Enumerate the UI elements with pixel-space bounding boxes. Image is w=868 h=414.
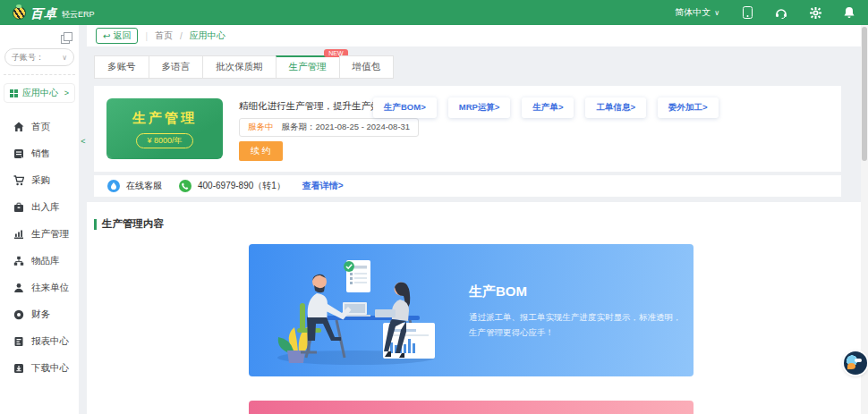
banner-title: 生产BOM [469,283,684,300]
bee-logo-icon [13,6,26,20]
sidebar-item-downloads[interactable]: 下载中心 [0,355,79,382]
product-price-badge: ¥ 8000/年 [136,133,192,148]
back-button[interactable]: ↩ 返回 [96,28,138,44]
quick-link-outsourcing[interactable]: 委外加工> [658,97,719,118]
sub-account-select[interactable]: 子账号： ∨ [4,48,74,66]
tab-label: 生产管理 [289,61,327,72]
tab-multi-account[interactable]: 多账号 [94,55,149,79]
banner-description: 通过派工单、报工单实现生产进度实时显示，标准透明，生产管理更得心应手！ [469,310,684,340]
breadcrumb-home[interactable]: 首页 [155,30,173,42]
sidebar-item-label: 财务 [31,308,50,321]
back-label: 返回 [113,30,131,42]
tab-value-added-pack[interactable]: 增值包 [339,55,395,79]
mobile-app-icon[interactable] [741,6,753,19]
sidebar-collapse-handle[interactable]: < [79,131,88,152]
customer-service-bar: 在线客服 400-6979-890（转1） 查看详情> [94,175,841,197]
gear-icon[interactable] [809,6,821,19]
headset-icon[interactable] [775,6,787,19]
breadcrumb-separator: / [180,31,183,41]
online-service-label[interactable]: 在线客服 [126,180,162,192]
bell-icon[interactable] [843,6,855,19]
brand-logo: 百卓 轻云ERP [13,6,95,20]
sidebar-item-label: 生产管理 [31,228,69,241]
scrollbar-thumb[interactable] [862,27,867,161]
sidebar-item-purchase[interactable]: 采购 [0,167,79,194]
items-icon [13,256,24,266]
section-title-text: 生产管理内容 [102,217,164,231]
sidebar-item-app-center[interactable]: 应用中心 > [4,83,75,103]
sidebar-item-items-library[interactable]: 物品库 [0,248,79,275]
product-card-title: 生产管理 [132,110,197,127]
sidebar-item-production[interactable]: 生产管理 [0,221,79,248]
sales-icon [13,148,24,159]
sub-account-label: 子账号： [12,52,44,63]
sidebar-item-partners[interactable]: 往来单位 [0,275,79,301]
product-description: 精细化进行生产管理，提升生产效率 [239,100,389,113]
sidebar-collapse-icon[interactable] [61,32,72,43]
sidebar-item-reports[interactable]: 报表中心 [0,328,79,355]
language-selector[interactable]: 简体中文 ∨ [675,6,719,19]
app-header: 百卓 轻云ERP 简体中文 ∨ [0,0,868,25]
app-grid-icon [10,89,18,97]
phone-icon [179,180,191,192]
tab-production-management[interactable]: 生产管理 NEW [276,55,340,79]
sidebar-item-label: 出入库 [31,201,60,214]
service-mascot-widget[interactable] [844,351,867,375]
sidebar-item-inventory-io[interactable]: 出入库 [0,194,79,221]
report-icon [13,336,24,347]
back-arrow-icon: ↩ [103,31,110,41]
home-icon [13,122,24,132]
sidebar-item-label: 往来单位 [31,282,69,294]
tab-label: 批次保质期 [216,61,263,72]
section-title: 生产管理内容 [94,217,861,231]
tabs-band: 多账号 多语言 批次保质期 生产管理 NEW 增值包 [87,46,868,86]
sidebar: 子账号： ∨ 应用中心 > 首页 销售 采购 出入库 生产管理 物品库 [0,25,79,414]
tab-batch-shelf-life[interactable]: 批次保质期 [202,55,277,79]
renew-button[interactable]: 续 约 [239,141,283,161]
sidebar-item-label: 下载中心 [31,362,69,375]
tab-label: 增值包 [353,61,381,72]
chevron-down-icon: ∨ [62,54,67,62]
sidebar-item-label: 销售 [31,148,50,160]
partners-icon [13,283,24,293]
brand-subname: 轻云ERP [62,10,95,20]
chevron-down-icon: ∨ [714,9,719,17]
status-badge: 服务中 [248,122,274,133]
product-card: 生产管理 ¥ 8000/年 [106,98,223,159]
production-bom-banner: 生产BOM 通过派工单、报工单实现生产进度实时显示，标准透明，生产管理更得心应手… [249,244,694,376]
quick-link-production-bom[interactable]: 生产BOM> [373,97,437,118]
sidebar-item-finance[interactable]: 财务 [0,301,79,328]
section-title-bar [94,219,97,230]
app-center-label: 应用中心 [22,87,58,99]
cart-icon [13,175,24,186]
service-period: 服务期：2021-08-25 - 2024-08-31 [282,122,411,133]
tabs: 多账号 多语言 批次保质期 生产管理 NEW 增值包 [94,55,868,79]
sidebar-item-sales[interactable]: 销售 [0,140,79,167]
warehouse-icon [13,202,24,213]
service-status-pill: 服务中 服务期：2021-08-25 - 2024-08-31 [239,118,419,137]
tab-multi-language[interactable]: 多语言 [149,55,204,79]
tab-label: 多账号 [107,61,136,72]
finance-icon [13,309,24,320]
online-service-icon[interactable] [107,180,120,192]
quick-link-mrp[interactable]: MRP运算> [448,97,511,118]
breadcrumb: ↩ 返回 | 首页 / 应用中心 [87,25,868,46]
service-phone: 400-6979-890（转1） [198,180,285,192]
quick-link-work-order-info[interactable]: 工单信息> [585,97,646,118]
sidebar-item-label: 报表中心 [31,335,69,348]
production-icon [13,229,24,240]
sidebar-item-label: 首页 [31,121,50,133]
sidebar-menu: 首页 销售 采购 出入库 生产管理 物品库 往来单位 财务 [0,114,79,382]
chevron-right-icon: > [64,89,69,97]
language-label: 简体中文 [675,6,711,19]
product-panel: 生产管理 ¥ 8000/年 精细化进行生产管理，提升生产效率 服务中 服务期：2… [94,86,841,172]
banner-illustration [258,244,450,376]
sidebar-item-label: 采购 [31,174,50,187]
sidebar-item-home[interactable]: 首页 [0,114,79,140]
next-feature-banner [249,401,694,414]
quick-link-production-order[interactable]: 生产单> [522,97,574,118]
view-details-link[interactable]: 查看详情> [302,180,344,192]
quick-links: 生产BOM> MRP运算> 生产单> 工单信息> 委外加工> [373,97,719,118]
download-icon [13,363,24,374]
brand-name: 百卓 [30,7,57,20]
